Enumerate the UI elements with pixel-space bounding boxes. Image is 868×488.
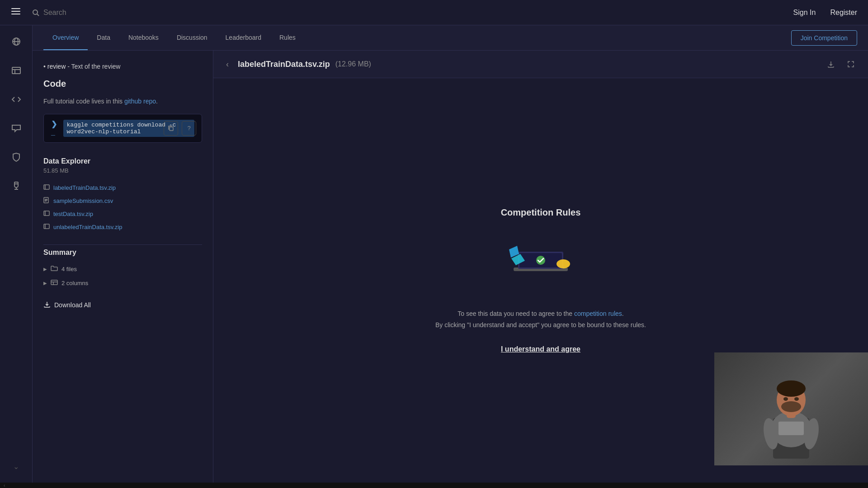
left-panel: review - Text of the review Code Full tu… — [33, 51, 213, 483]
svg-point-33 — [557, 259, 570, 268]
folder-icon — [51, 265, 58, 273]
file-item-sample-submission[interactable]: sampleSubmission.csv — [43, 194, 202, 207]
file-header-actions — [823, 56, 859, 72]
menu-icon[interactable] — [11, 6, 21, 19]
sidebar-icon-code[interactable] — [7, 90, 25, 108]
zip-file-icon-3 — [43, 223, 50, 231]
competition-rules-link[interactable]: competition rules — [574, 310, 622, 317]
rules-desc-part2: . — [622, 310, 624, 317]
code-desc-prefix: Full tutorial code lives in this — [43, 98, 124, 105]
svg-rect-23 — [44, 224, 49, 229]
sidebar-icon-home[interactable] — [7, 33, 25, 51]
tab-rules[interactable]: Rules — [270, 25, 305, 50]
rules-card: Competition Rules — [417, 189, 664, 371]
help-button[interactable]: ? — [182, 121, 196, 136]
table-icon — [51, 279, 58, 287]
rules-desc-part1: To see this data you need to agree to th… — [458, 310, 574, 317]
rules-illustration — [505, 236, 577, 290]
sidebar-icons: ⌄ — [0, 25, 33, 483]
svg-line-4 — [37, 14, 39, 16]
download-all-button[interactable]: Download All — [43, 297, 91, 313]
tab-discussion[interactable]: Discussion — [168, 25, 217, 50]
summary-item-columns[interactable]: ▶ 2 columns — [43, 276, 202, 290]
file-viewer-size: (12.96 MB) — [335, 60, 371, 68]
file-item-unlabeled-train[interactable]: unlabeledTrainData.tsv.zip — [43, 221, 202, 234]
sidebar-expand-icon[interactable]: ⌄ — [7, 457, 25, 475]
file-list: labeledTrainData.tsv.zip sampleSubmissio… — [43, 181, 202, 234]
download-all-label: Download All — [54, 301, 91, 309]
svg-point-41 — [783, 397, 788, 401]
download-file-button[interactable] — [823, 56, 839, 72]
cmd-prompt-icon: ❯_ — [51, 120, 58, 136]
sidebar-icon-datasets[interactable] — [7, 61, 25, 80]
file-header-left: ‹ labeledTrainData.tsv.zip (12.96 MB) — [222, 58, 371, 71]
file-header: ‹ labeledTrainData.tsv.zip (12.96 MB) — [213, 51, 868, 78]
tabs-list: Overview Data Notebooks Discussion Leade… — [43, 25, 305, 50]
register-link[interactable]: Register — [830, 9, 857, 17]
bottom-bar: ‹ — [0, 483, 868, 488]
summary-arrow-2: ▶ — [43, 281, 47, 286]
summary-columns-label: 2 columns — [61, 280, 88, 286]
file-item-test-data[interactable]: testData.tsv.zip — [43, 207, 202, 221]
code-desc-suffix: . — [156, 98, 158, 105]
svg-rect-15 — [44, 185, 49, 189]
rules-desc-line2: By clicking "I understand and accept" yo… — [435, 319, 646, 331]
svg-point-39 — [777, 380, 806, 397]
tab-data[interactable]: Data — [88, 25, 119, 50]
svg-rect-25 — [51, 280, 57, 285]
summary-arrow-1: ▶ — [43, 267, 47, 272]
divider — [43, 244, 202, 245]
review-text: - Text of the review — [66, 63, 120, 70]
file-name-unlabeled-train: unlabeledTrainData.tsv.zip — [53, 224, 122, 230]
zip-file-icon-2 — [43, 210, 50, 218]
file-item-labeled-train[interactable]: labeledTrainData.tsv.zip — [43, 181, 202, 194]
summary-item-files[interactable]: ▶ 4 files — [43, 262, 202, 276]
top-header: Sign In Register — [0, 0, 868, 25]
header-left — [11, 6, 179, 19]
sidebar-icon-learn[interactable] — [7, 148, 25, 166]
svg-rect-11 — [14, 182, 18, 184]
copy-command-button[interactable] — [164, 121, 178, 136]
sidebar-icon-discussion[interactable] — [7, 119, 25, 137]
review-label: review — [47, 63, 66, 70]
search-input[interactable] — [43, 9, 179, 17]
zip-file-icon-1 — [43, 184, 50, 192]
fullscreen-button[interactable] — [843, 56, 859, 72]
header-right: Sign In Register — [793, 9, 857, 17]
csv-file-icon — [43, 197, 50, 205]
file-viewer-name: labeledTrainData.tsv.zip — [238, 60, 330, 69]
cmd-actions: ? — [164, 121, 196, 136]
webcam-feed — [714, 352, 868, 465]
code-description: Full tutorial code lives in this github … — [43, 96, 202, 106]
svg-point-40 — [781, 401, 801, 412]
svg-point-3 — [33, 10, 38, 14]
command-block: ❯_ kaggle competitions download -c word2… — [43, 114, 202, 143]
rules-card-title: Competition Rules — [435, 207, 646, 218]
svg-point-42 — [794, 397, 799, 401]
tab-overview[interactable]: Overview — [43, 25, 88, 50]
file-name-labeled-train: labeledTrainData.tsv.zip — [53, 184, 116, 191]
summary-files-label: 4 files — [61, 266, 77, 272]
agree-button[interactable]: I understand and agree — [501, 345, 580, 353]
rules-desc-line1: To see this data you need to agree to th… — [435, 308, 646, 319]
tab-notebooks[interactable]: Notebooks — [119, 25, 168, 50]
tab-leaderboard[interactable]: Leaderboard — [217, 25, 270, 50]
code-section-title: Code — [43, 79, 202, 89]
scroll-left-indicator[interactable]: ‹ — [4, 483, 5, 488]
sidebar-icon-competitions[interactable] — [7, 177, 25, 195]
review-bullet-item: review - Text of the review — [43, 61, 202, 71]
github-repo-link[interactable]: github repo — [124, 98, 156, 105]
tabs-bar: Overview Data Notebooks Discussion Leade… — [33, 25, 868, 51]
person-silhouette — [746, 355, 836, 463]
sign-in-link[interactable]: Sign In — [793, 9, 816, 17]
join-competition-button[interactable]: Join Competition — [791, 30, 857, 46]
data-total-size: 51.85 MB — [43, 167, 202, 174]
search-bar — [32, 9, 179, 17]
back-button[interactable]: ‹ — [222, 58, 232, 71]
data-explorer-title: Data Explorer — [43, 157, 202, 165]
webcam-overlay — [714, 352, 868, 465]
svg-rect-43 — [778, 422, 804, 435]
file-name-sample-submission: sampleSubmission.csv — [53, 197, 113, 204]
download-icon — [43, 301, 51, 310]
summary-title: Summary — [43, 249, 202, 257]
